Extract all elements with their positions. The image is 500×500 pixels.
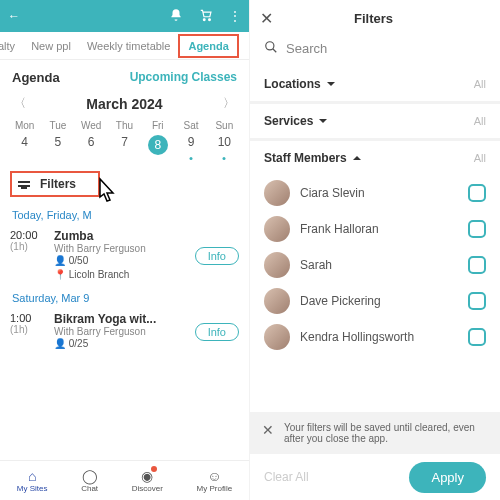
svg-point-1	[209, 18, 211, 20]
nav-chat[interactable]: ◯Chat	[81, 468, 98, 493]
staff-member[interactable]: Kendra Hollingsworth	[264, 319, 486, 355]
avatar	[264, 324, 290, 350]
person-icon: 👤	[54, 255, 66, 266]
checkbox[interactable]	[468, 184, 486, 202]
tab-agenda[interactable]: Agenda	[178, 34, 238, 58]
search-row[interactable]: Search	[250, 36, 500, 67]
svg-line-3	[273, 49, 277, 53]
filter-icon	[18, 181, 30, 187]
apply-button[interactable]: Apply	[409, 462, 486, 493]
next-month-icon[interactable]: 〉	[223, 95, 235, 112]
section-locations[interactable]: Locations All	[250, 67, 500, 104]
class-instructor: With Barry Ferguson	[54, 326, 189, 337]
avatar	[264, 216, 290, 242]
checkbox[interactable]	[468, 328, 486, 346]
nav-my-profile[interactable]: ☺My Profile	[197, 468, 233, 493]
day[interactable]: 5	[42, 135, 75, 155]
avatar	[264, 288, 290, 314]
info-button[interactable]: Info	[195, 323, 239, 341]
tab-loyalty[interactable]: alty	[0, 40, 23, 52]
section-staff[interactable]: Staff Members All	[250, 141, 500, 175]
month-label: March 2024	[86, 96, 162, 112]
bell-icon[interactable]	[169, 8, 183, 25]
class-row[interactable]: 20:00 (1h) Zumba With Barry Ferguson 👤 0…	[0, 225, 249, 286]
class-time: 1:00 (1h)	[10, 312, 48, 351]
avatar	[264, 180, 290, 206]
class-instructor: With Barry Ferguson	[54, 243, 189, 254]
person-icon: 👤	[54, 338, 66, 349]
compass-icon: ◉	[132, 468, 163, 484]
checkbox[interactable]	[468, 220, 486, 238]
staff-member[interactable]: Ciara Slevin	[264, 175, 486, 211]
staff-member[interactable]: Sarah	[264, 247, 486, 283]
bottom-nav: ⌂My Sites ◯Chat ◉Discover ☺My Profile	[0, 460, 249, 500]
tab-new-ppl[interactable]: New ppl	[23, 40, 79, 52]
staff-member[interactable]: Dave Pickering	[264, 283, 486, 319]
filters-pane: ✕ Filters Search Locations All Services …	[250, 0, 500, 500]
staff-list: Ciara Slevin Frank Halloran Sarah Dave P…	[250, 175, 500, 355]
dow: Sun	[208, 120, 241, 131]
cursor-icon	[92, 177, 118, 212]
page-title: Agenda	[12, 70, 60, 85]
svg-point-0	[203, 18, 205, 20]
filters-button[interactable]: Filters	[10, 171, 100, 197]
tabs: alty New ppl Weekly timetable Agenda	[0, 32, 249, 60]
checkbox[interactable]	[468, 256, 486, 274]
dow: Sat	[175, 120, 208, 131]
profile-icon: ☺	[197, 468, 233, 484]
pin-icon: 📍	[54, 269, 66, 280]
subheader: Agenda Upcoming Classes	[0, 60, 249, 91]
date-heading: Saturday, Mar 9	[0, 286, 249, 308]
clear-all-button[interactable]: Clear All	[264, 470, 309, 484]
nav-discover[interactable]: ◉Discover	[132, 468, 163, 493]
avatar	[264, 252, 290, 278]
info-button[interactable]: Info	[195, 247, 239, 265]
class-row[interactable]: 1:00 (1h) Bikram Yoga wit... With Barry …	[0, 308, 249, 355]
filters-label: Filters	[40, 177, 76, 191]
nav-my-sites[interactable]: ⌂My Sites	[17, 468, 48, 493]
search-placeholder: Search	[286, 41, 327, 56]
svg-point-2	[266, 42, 274, 50]
class-name: Bikram Yoga wit...	[54, 312, 189, 326]
checkbox[interactable]	[468, 292, 486, 310]
dow: Fri	[141, 120, 174, 131]
toast-close-icon[interactable]: ✕	[262, 422, 274, 438]
chat-icon: ◯	[81, 468, 98, 484]
day[interactable]: 7	[108, 135, 141, 155]
dow: Mon	[8, 120, 41, 131]
filters-toast: ✕ Your filters will be saved until clear…	[250, 412, 500, 454]
month-selector: 〈 March 2024 〉	[0, 91, 249, 118]
upcoming-link[interactable]: Upcoming Classes	[130, 70, 237, 85]
weekday-row: Mon Tue Wed Thu Fri Sat Sun	[0, 118, 249, 133]
class-time: 20:00 (1h)	[10, 229, 48, 282]
day[interactable]: 10	[208, 135, 241, 155]
filters-footer: Clear All Apply	[250, 454, 500, 500]
days-row: 4 5 6 7 8 9 10	[0, 133, 249, 157]
day-selected[interactable]: 8	[141, 135, 174, 155]
section-services[interactable]: Services All	[250, 104, 500, 141]
top-bar: ← ⋮	[0, 0, 249, 32]
schedule-pane: ← ⋮ alty New ppl Weekly timetable Agenda…	[0, 0, 250, 500]
filters-title: Filters	[257, 11, 490, 26]
dow: Wed	[75, 120, 108, 131]
day[interactable]: 4	[8, 135, 41, 155]
toast-text: Your filters will be saved until cleared…	[284, 422, 488, 444]
home-icon: ⌂	[17, 468, 48, 484]
prev-month-icon[interactable]: 〈	[14, 95, 26, 112]
staff-member[interactable]: Frank Halloran	[264, 211, 486, 247]
day[interactable]: 9	[175, 135, 208, 155]
class-name: Zumba	[54, 229, 189, 243]
back-icon[interactable]: ←	[8, 9, 20, 23]
cart-icon[interactable]	[199, 8, 213, 25]
dow: Thu	[108, 120, 141, 131]
filters-header: ✕ Filters	[250, 0, 500, 36]
tab-weekly-timetable[interactable]: Weekly timetable	[79, 40, 179, 52]
day[interactable]: 6	[75, 135, 108, 155]
date-heading: Today, Friday, M	[0, 203, 249, 225]
search-icon	[264, 40, 278, 57]
dow: Tue	[42, 120, 75, 131]
more-icon[interactable]: ⋮	[229, 9, 241, 23]
